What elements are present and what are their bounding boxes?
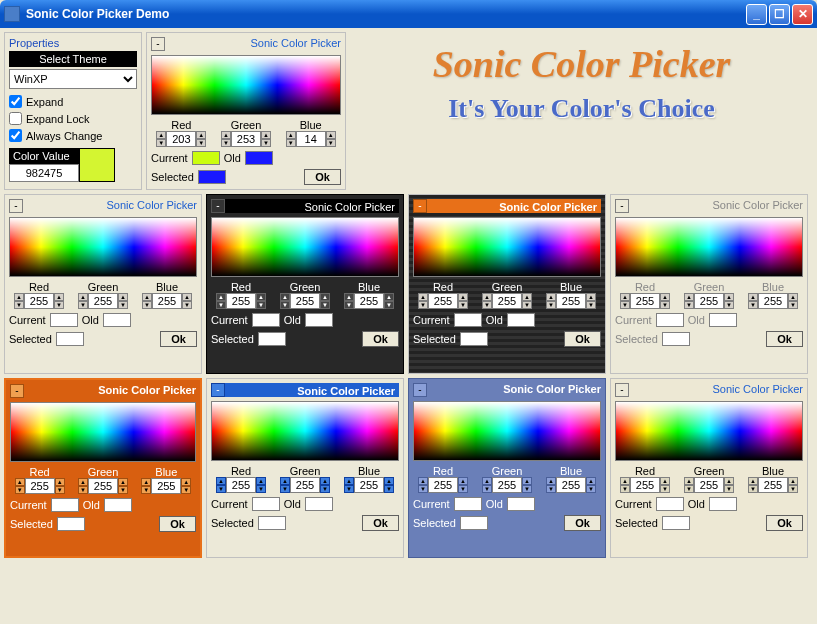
expand-checkbox[interactable] <box>9 95 22 108</box>
blue-up2[interactable]: ▲ <box>326 131 336 139</box>
blue-input[interactable] <box>758 477 788 493</box>
red-up[interactable]: ▲ <box>620 477 630 485</box>
blue-down[interactable]: ▼ <box>344 301 354 309</box>
green-down2[interactable]: ▼ <box>522 301 532 309</box>
green-up[interactable]: ▲ <box>280 477 290 485</box>
blue-up[interactable]: ▲ <box>546 293 556 301</box>
blue-input[interactable] <box>758 293 788 309</box>
blue-down[interactable]: ▼ <box>286 139 296 147</box>
blue-down2[interactable]: ▼ <box>181 486 191 494</box>
green-up2[interactable]: ▲ <box>118 293 128 301</box>
green-down2[interactable]: ▼ <box>118 301 128 309</box>
green-input[interactable] <box>88 293 118 309</box>
blue-up[interactable]: ▲ <box>748 293 758 301</box>
green-up[interactable]: ▲ <box>221 131 231 139</box>
close-button[interactable]: ✕ <box>792 4 813 25</box>
green-down2[interactable]: ▼ <box>118 486 128 494</box>
blue-up[interactable]: ▲ <box>748 477 758 485</box>
blue-up2[interactable]: ▲ <box>788 293 798 301</box>
green-down[interactable]: ▼ <box>78 486 88 494</box>
blue-down2[interactable]: ▼ <box>788 485 798 493</box>
red-input[interactable] <box>226 293 256 309</box>
blue-input[interactable] <box>151 478 181 494</box>
color-spectrum[interactable] <box>615 401 803 461</box>
red-up[interactable]: ▲ <box>620 293 630 301</box>
red-down2[interactable]: ▼ <box>660 485 670 493</box>
picker-toggle[interactable]: - <box>211 383 225 397</box>
red-up2[interactable]: ▲ <box>196 131 206 139</box>
green-down2[interactable]: ▼ <box>522 485 532 493</box>
red-up[interactable]: ▲ <box>216 293 226 301</box>
red-down[interactable]: ▼ <box>620 301 630 309</box>
green-up[interactable]: ▲ <box>280 293 290 301</box>
green-down[interactable]: ▼ <box>280 485 290 493</box>
red-down2[interactable]: ▼ <box>54 301 64 309</box>
color-spectrum[interactable] <box>413 401 601 461</box>
green-up2[interactable]: ▲ <box>118 478 128 486</box>
blue-down[interactable]: ▼ <box>142 301 152 309</box>
red-up2[interactable]: ▲ <box>256 477 266 485</box>
color-spectrum[interactable] <box>615 217 803 277</box>
red-input[interactable] <box>428 293 458 309</box>
green-up2[interactable]: ▲ <box>522 477 532 485</box>
green-input[interactable] <box>694 293 724 309</box>
red-up2[interactable]: ▲ <box>458 477 468 485</box>
green-up2[interactable]: ▲ <box>724 293 734 301</box>
ok-button[interactable]: Ok <box>362 515 399 531</box>
blue-input[interactable] <box>354 477 384 493</box>
always-change-checkbox-row[interactable]: Always Change <box>9 129 137 142</box>
blue-input[interactable] <box>152 293 182 309</box>
blue-up2[interactable]: ▲ <box>181 478 191 486</box>
green-down[interactable]: ▼ <box>482 485 492 493</box>
red-down[interactable]: ▼ <box>418 301 428 309</box>
color-spectrum[interactable] <box>10 402 196 462</box>
picker-toggle[interactable]: - <box>413 383 427 397</box>
expand-lock-checkbox[interactable] <box>9 112 22 125</box>
always-change-checkbox[interactable] <box>9 129 22 142</box>
red-up[interactable]: ▲ <box>14 293 24 301</box>
blue-down2[interactable]: ▼ <box>384 301 394 309</box>
expand-checkbox-row[interactable]: Expand <box>9 95 137 108</box>
blue-up[interactable]: ▲ <box>141 478 151 486</box>
picker-toggle[interactable]: - <box>151 37 165 51</box>
green-up2[interactable]: ▲ <box>320 477 330 485</box>
color-spectrum[interactable] <box>151 55 341 115</box>
color-spectrum[interactable] <box>211 401 399 461</box>
blue-up2[interactable]: ▲ <box>384 293 394 301</box>
expand-lock-checkbox-row[interactable]: Expand Lock <box>9 112 137 125</box>
green-up[interactable]: ▲ <box>78 478 88 486</box>
green-down[interactable]: ▼ <box>221 139 231 147</box>
red-down2[interactable]: ▼ <box>55 486 65 494</box>
red-up[interactable]: ▲ <box>418 293 428 301</box>
picker-toggle[interactable]: - <box>615 383 629 397</box>
green-input[interactable] <box>492 477 522 493</box>
picker-toggle[interactable]: - <box>10 384 24 398</box>
maximize-button[interactable]: ☐ <box>769 4 790 25</box>
red-input[interactable] <box>630 293 660 309</box>
blue-up2[interactable]: ▲ <box>788 477 798 485</box>
red-input[interactable] <box>166 131 196 147</box>
green-down[interactable]: ▼ <box>280 301 290 309</box>
green-up[interactable]: ▲ <box>482 477 492 485</box>
blue-up2[interactable]: ▲ <box>586 293 596 301</box>
blue-down[interactable]: ▼ <box>546 485 556 493</box>
blue-down[interactable]: ▼ <box>344 485 354 493</box>
green-up2[interactable]: ▲ <box>320 293 330 301</box>
blue-down2[interactable]: ▼ <box>384 485 394 493</box>
ok-button[interactable]: Ok <box>564 331 601 347</box>
minimize-button[interactable]: _ <box>746 4 767 25</box>
red-up2[interactable]: ▲ <box>256 293 266 301</box>
green-down[interactable]: ▼ <box>684 301 694 309</box>
red-input[interactable] <box>25 478 55 494</box>
green-input[interactable] <box>290 477 320 493</box>
blue-up2[interactable]: ▲ <box>182 293 192 301</box>
blue-down[interactable]: ▼ <box>546 301 556 309</box>
red-down2[interactable]: ▼ <box>458 485 468 493</box>
red-up2[interactable]: ▲ <box>458 293 468 301</box>
red-up2[interactable]: ▲ <box>54 293 64 301</box>
blue-up[interactable]: ▲ <box>344 293 354 301</box>
blue-up2[interactable]: ▲ <box>384 477 394 485</box>
ok-button[interactable]: Ok <box>304 169 341 185</box>
picker-toggle[interactable]: - <box>9 199 23 213</box>
ok-button[interactable]: Ok <box>362 331 399 347</box>
